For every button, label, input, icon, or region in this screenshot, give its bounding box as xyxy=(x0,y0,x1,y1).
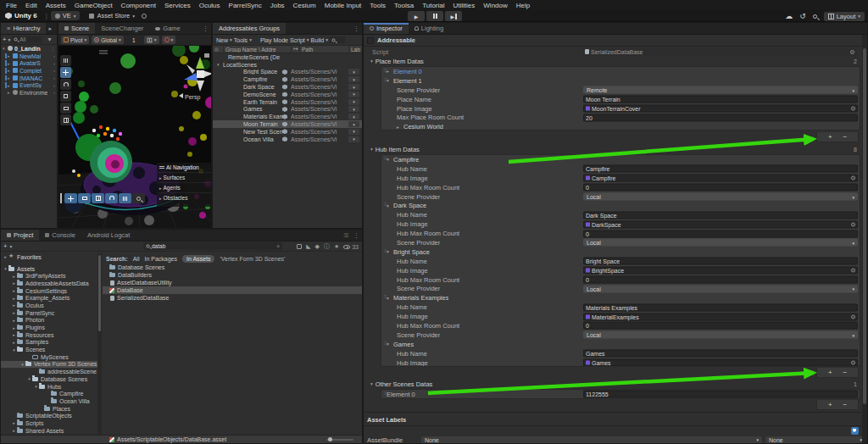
addressables-row[interactable]: Materials Examp Assets/Scenes/Vi ▾ xyxy=(213,113,362,120)
inspector-row[interactable]: ≡ ▾ ▸ Campfire ▾ xyxy=(381,155,860,164)
tab-lighting[interactable]: Lighting xyxy=(409,23,449,34)
drag-handle-icon[interactable]: ≡ xyxy=(384,202,387,207)
hierarchy-row[interactable]: [MANAC xyxy=(1,75,57,82)
menu-file[interactable]: File xyxy=(2,2,21,9)
labels-dropdown[interactable]: ▾ xyxy=(348,106,359,112)
search-by-label-icon[interactable]: ◣ xyxy=(306,243,310,250)
column-arrow-icon[interactable]: ↦ xyxy=(291,46,299,53)
clear-search-icon[interactable]: × xyxy=(276,243,280,249)
menu-assets[interactable]: Assets xyxy=(42,2,70,9)
menu-parrelsync[interactable]: ParrelSync xyxy=(225,2,266,9)
addressable-checkbox[interactable] xyxy=(367,37,374,44)
scope-in-assets[interactable]: In Assets xyxy=(182,255,214,263)
foldout-arrow-icon[interactable]: ▾ xyxy=(387,249,393,254)
property-dropdown[interactable]: Local▾ xyxy=(583,285,858,292)
project-tree-row[interactable]: ▸ Samples xyxy=(1,339,97,347)
labels-dropdown[interactable]: ▾ xyxy=(348,114,359,119)
lock-icon[interactable]: ⚿ xyxy=(342,230,351,241)
place-item-datas-foldout[interactable]: ▾ Place Item Datas 2 xyxy=(364,57,867,65)
hierarchy-row[interactable]: Complet xyxy=(1,67,57,75)
inspector-row[interactable]: ≡ ▾ ▸ Hub Max Room Count 0 0▾ 0 xyxy=(381,229,860,238)
project-tree-row[interactable]: ScriptableObjects xyxy=(1,412,97,419)
expand-arrow-icon[interactable]: ▾ xyxy=(26,376,32,381)
menu-tools[interactable]: Tools xyxy=(365,2,390,9)
column-path[interactable]: Path xyxy=(299,46,348,53)
property-object-field[interactable]: Campfire xyxy=(583,175,858,182)
inspector-row[interactable]: ≡ ▾ ▸ Bright Space ▾ xyxy=(381,247,860,257)
grid-size-input[interactable]: 1 xyxy=(126,36,142,44)
add-element-button[interactable]: + xyxy=(828,401,832,408)
addressables-row[interactable]: Earth Terrain Assets/Scenes/Vi ▾ xyxy=(213,98,362,106)
remove-element-button[interactable]: − xyxy=(843,133,847,141)
inspector-row[interactable]: ≡ ▾ ▸ Hub Name Materials Examples Materi… xyxy=(381,302,860,312)
create-asset-button[interactable]: + xyxy=(3,242,7,250)
inspector-row[interactable]: ≡ ▾ ▸ Hub Max Room Count 0 0▾ 0 xyxy=(381,321,860,330)
addressables-row[interactable]: Dark Space Assets/Scenes/Vi ▾ xyxy=(213,83,362,91)
foldout-arrow-icon[interactable]: ▸ xyxy=(397,125,403,130)
transform-tool-button[interactable] xyxy=(60,114,71,125)
search-result-row[interactable]: DataBuilders xyxy=(103,271,362,279)
inspector-row[interactable]: ≡ ▾ ▸ Materials Examples ▾ xyxy=(381,293,860,302)
inspector-row[interactable]: ≡ ▾ ▸ Hub Image DarkSpace DarkSpace▾ Dar… xyxy=(381,219,860,229)
inspector-row[interactable]: ≡ ▾ ▸ Scene Provider Local Local▾ Local xyxy=(381,330,860,340)
project-tree-row[interactable]: ▸ Favorites xyxy=(1,253,97,261)
drag-handle-icon[interactable]: ≡ xyxy=(384,248,387,253)
addressables-row[interactable]: LocalScenes ▾ xyxy=(213,61,362,69)
project-tree-row[interactable]: ▾ Scenes xyxy=(1,346,97,353)
overlay-orient-button[interactable] xyxy=(78,193,91,203)
expand-arrow-icon[interactable]: ▸ xyxy=(11,274,17,279)
hierarchy-row[interactable]: 0_Landin xyxy=(1,45,57,53)
property-input[interactable]: Dark Space xyxy=(583,211,858,219)
project-tree-row[interactable]: MyScenes xyxy=(1,353,97,361)
script-object-field[interactable]: SerializedDataBase xyxy=(582,48,857,56)
property-input[interactable]: Bright Space xyxy=(583,258,858,265)
inspector-row[interactable]: ≡ ▾ ▸ Games ▾ xyxy=(381,340,860,349)
property-input[interactable]: Materials Examples xyxy=(583,303,858,311)
addressables-row[interactable]: DemoScene Assets/Scenes/Vi ▾ xyxy=(213,91,362,98)
addressables-row[interactable]: RemoteScenes (De ▾ xyxy=(213,53,362,61)
labels-dropdown[interactable]: ▾ xyxy=(348,92,359,97)
tab-scenechanger[interactable]: SceneChanger xyxy=(95,23,149,34)
object-picker-icon[interactable] xyxy=(851,176,855,180)
hand-tool-button[interactable] xyxy=(60,55,71,66)
expand-arrow-icon[interactable] xyxy=(217,62,223,67)
tab-scene[interactable]: Scene xyxy=(58,23,95,34)
project-tree-row[interactable]: ▾ Database Scenes xyxy=(1,375,97,383)
drag-handle-icon[interactable]: ≡ xyxy=(384,156,387,161)
row-tail-icon[interactable] xyxy=(53,90,57,95)
ai-nav-agents[interactable]: ▸Agents xyxy=(157,182,211,192)
project-tree-row[interactable]: ▾ Hubs xyxy=(1,383,97,391)
expand-arrow-icon[interactable]: ▸ xyxy=(11,325,17,330)
overlay-drag-handle[interactable] xyxy=(60,193,62,203)
overlay-rotate-button[interactable] xyxy=(105,193,118,203)
project-tree-row[interactable]: ▸ Resources xyxy=(1,331,97,339)
menu-mobile-input[interactable]: Mobile Input xyxy=(320,2,366,9)
property-object-field[interactable]: DarkSpace xyxy=(583,220,858,228)
expand-arrow-icon[interactable]: ▸ xyxy=(11,310,17,315)
snap-settings-button[interactable]: ▾ xyxy=(162,36,176,44)
rotate-tool-button[interactable] xyxy=(60,79,71,90)
info-icon[interactable]: ⓘ xyxy=(324,242,330,251)
step-button[interactable]: ▶ xyxy=(445,11,462,21)
project-tree-row[interactable]: ▸ ParrelSync xyxy=(1,309,97,317)
overlay-search-button[interactable] xyxy=(132,193,145,203)
property-object-field[interactable]: BrightSpace xyxy=(583,267,858,275)
inspector-row[interactable]: ≡ ▾ ▸ Hub Max Room Count 0 0▾ 0 xyxy=(381,183,860,192)
expand-arrow-icon[interactable]: ▸ xyxy=(11,420,17,425)
handle-rotation-toggle[interactable]: Global▾ xyxy=(92,36,124,44)
search-by-type-icon[interactable] xyxy=(297,244,302,249)
property-object-field[interactable]: Games xyxy=(583,359,858,367)
assetbundle-dropdown[interactable]: None▾ xyxy=(421,436,762,444)
project-tree-scrollbar[interactable] xyxy=(97,253,102,435)
drag-handle-icon[interactable]: ≡ xyxy=(384,68,387,73)
project-tree-row[interactable]: ▸ AddressableAssetsData xyxy=(1,280,97,287)
object-picker-icon[interactable] xyxy=(851,361,855,365)
menu-toolsa[interactable]: Toolsa xyxy=(390,2,418,9)
tab-addressables-groups[interactable]: Addressables Groups xyxy=(213,23,286,34)
menu-jobs[interactable]: Jobs xyxy=(266,2,289,9)
expand-arrow-icon[interactable]: ▸ xyxy=(11,332,17,337)
inspector-row[interactable]: ≡ ▾ ▸ Dark Space ▾ xyxy=(381,201,860,210)
foldout-arrow-icon[interactable]: ▾ xyxy=(387,296,393,301)
other-scenes-datas-foldout[interactable]: ▾ Other Scenes Datas 1 xyxy=(364,380,867,388)
search-result-row[interactable]: AssetDatabaseUtility xyxy=(103,279,362,286)
